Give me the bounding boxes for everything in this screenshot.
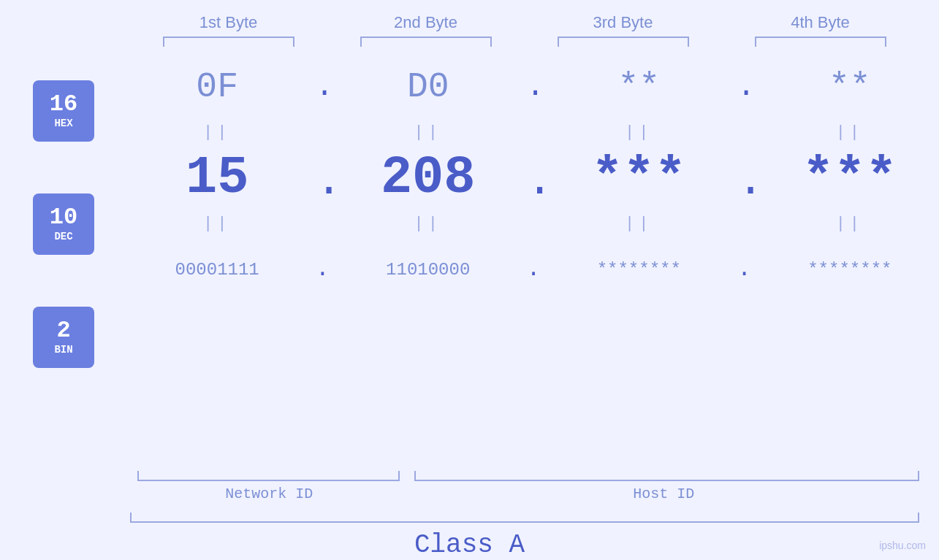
dot-hex-2: . bbox=[526, 54, 541, 120]
dec-base-number: 10 bbox=[50, 206, 77, 229]
hex-base-number: 16 bbox=[50, 93, 77, 116]
dot-dec-2: . bbox=[526, 149, 541, 215]
equals-row-2: || || || || bbox=[128, 211, 939, 237]
bracket-byte2 bbox=[360, 37, 492, 47]
dot-hex-3: . bbox=[737, 54, 752, 120]
eq2-b4: || bbox=[769, 215, 930, 233]
dec-base-label: DEC bbox=[54, 231, 72, 242]
bin-data-row: 00001111 . 11010000 . ******** . *******… bbox=[128, 237, 939, 302]
id-brackets bbox=[130, 471, 919, 481]
bottom-section: Network ID Host ID bbox=[130, 471, 919, 502]
hex-byte1: 0F bbox=[137, 67, 297, 107]
bin-badge: 2 BIN bbox=[33, 307, 94, 368]
bin-byte4: ******** bbox=[769, 260, 930, 280]
base-labels-column: 16 HEX 10 DEC 2 BIN bbox=[33, 54, 128, 467]
dec-byte3: *** bbox=[558, 148, 719, 208]
watermark: ipshu.com bbox=[879, 540, 926, 551]
eq1-b3: || bbox=[558, 123, 719, 142]
network-id-bracket bbox=[137, 471, 400, 481]
hex-byte4: ** bbox=[769, 67, 930, 107]
dec-data-row: 15 . 208 . *** . *** bbox=[128, 145, 939, 211]
dec-badge: 10 DEC bbox=[33, 193, 94, 255]
bracket-byte3 bbox=[558, 37, 689, 47]
main-container: 1st Byte 2nd Byte 3rd Byte 4th Byte 16 H… bbox=[0, 0, 939, 560]
dec-byte4: *** bbox=[769, 148, 930, 208]
header-byte3: 3rd Byte bbox=[550, 13, 696, 32]
class-label: Class A bbox=[414, 530, 525, 560]
host-id-bracket bbox=[414, 471, 919, 481]
eq2-b2: || bbox=[348, 215, 509, 233]
equals-row-1: || || || || bbox=[128, 120, 939, 145]
id-labels-row: Network ID Host ID bbox=[130, 486, 919, 502]
dot-bin-3: . bbox=[737, 237, 752, 302]
dec-byte2: 208 bbox=[348, 148, 509, 208]
bin-byte1: 00001111 bbox=[137, 260, 297, 280]
data-columns: 0F . D0 . ** . ** || || || || 15 bbox=[128, 54, 939, 467]
eq1-b2: || bbox=[348, 123, 509, 142]
hex-byte3: ** bbox=[558, 67, 719, 107]
dot-dec-1: . bbox=[315, 149, 330, 215]
main-grid: 16 HEX 10 DEC 2 BIN 0F . D0 . ** . ** bbox=[33, 54, 939, 467]
bin-base-label: BIN bbox=[54, 344, 72, 356]
hex-badge: 16 HEX bbox=[33, 80, 94, 142]
hex-byte2: D0 bbox=[348, 67, 509, 107]
dot-dec-3: . bbox=[737, 149, 752, 215]
header-byte1: 1st Byte bbox=[156, 13, 302, 32]
hex-data-row: 0F . D0 . ** . ** bbox=[128, 54, 939, 120]
eq1-b1: || bbox=[137, 123, 297, 142]
network-id-label: Network ID bbox=[130, 486, 408, 502]
dot-hex-1: . bbox=[315, 54, 330, 120]
bracket-byte1 bbox=[163, 37, 294, 47]
dot-bin-2: . bbox=[526, 237, 541, 302]
dot-bin-1: . bbox=[315, 237, 330, 302]
eq1-b4: || bbox=[769, 123, 930, 142]
top-bracket-row bbox=[130, 37, 919, 47]
byte-headers: 1st Byte 2nd Byte 3rd Byte 4th Byte bbox=[130, 13, 919, 32]
bin-byte3: ******** bbox=[558, 260, 719, 280]
header-byte4: 4th Byte bbox=[748, 13, 894, 32]
dec-byte1: 15 bbox=[137, 148, 297, 208]
outer-class-bracket bbox=[130, 513, 919, 523]
eq2-b3: || bbox=[558, 215, 719, 233]
header-byte2: 2nd Byte bbox=[353, 13, 499, 32]
hex-base-label: HEX bbox=[54, 118, 72, 129]
bin-base-number: 2 bbox=[56, 319, 70, 342]
bin-byte2: 11010000 bbox=[348, 260, 509, 280]
eq2-b1: || bbox=[137, 215, 297, 233]
bracket-byte4 bbox=[755, 37, 886, 47]
host-id-label: Host ID bbox=[408, 486, 919, 502]
